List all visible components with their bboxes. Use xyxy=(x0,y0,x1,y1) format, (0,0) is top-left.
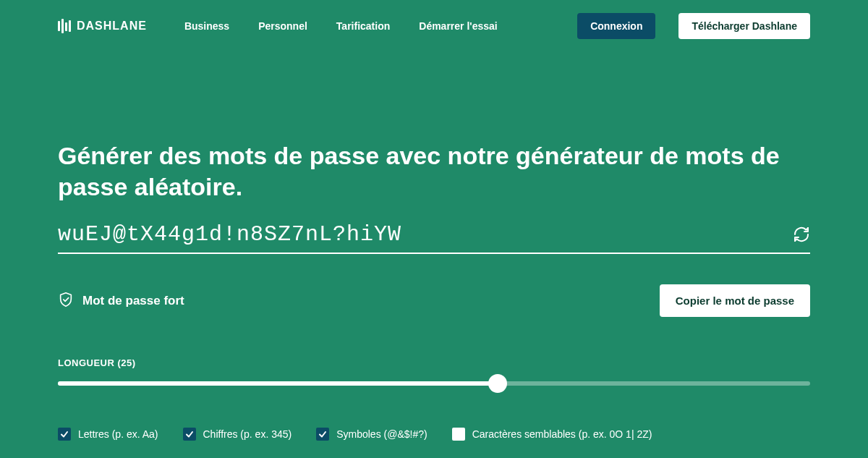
checkbox-checked-icon xyxy=(58,428,71,441)
option-similar[interactable]: Caractères semblables (p. ex. 0O 1| 2Z) xyxy=(452,428,652,441)
option-digits-label: Chiffres (p. ex. 345) xyxy=(203,428,292,440)
brand-logo[interactable]: DASHLANE xyxy=(58,19,147,33)
nav-personal[interactable]: Personnel xyxy=(258,20,307,32)
copy-password-button[interactable]: Copier le mot de passe xyxy=(660,284,810,317)
logo-mark-icon xyxy=(58,19,71,33)
strength-label: Mot de passe fort xyxy=(82,294,184,308)
login-button[interactable]: Connexion xyxy=(577,13,655,39)
header: DASHLANE Business Personnel Tarification… xyxy=(0,0,868,39)
checkbox-unchecked-icon xyxy=(452,428,465,441)
length-label: LONGUEUR (25) xyxy=(58,357,810,368)
checkbox-checked-icon xyxy=(183,428,196,441)
generated-password: wuEJ@tX44g1d!n8SZ7nL?hiYW xyxy=(58,222,793,247)
slider-fill xyxy=(58,381,498,386)
strength-row: Mot de passe fort Copier le mot de passe xyxy=(58,284,810,317)
length-slider[interactable] xyxy=(58,381,810,386)
svg-rect-0 xyxy=(58,21,60,31)
option-letters-label: Lettres (p. ex. Aa) xyxy=(78,428,158,440)
page-title: Générer des mots de passe avec notre gén… xyxy=(58,140,781,202)
nav-trial[interactable]: Démarrer l'essai xyxy=(419,20,497,32)
option-symbols[interactable]: Symboles (@&$!#?) xyxy=(316,428,427,441)
refresh-icon[interactable] xyxy=(793,226,810,243)
checkbox-checked-icon xyxy=(316,428,329,441)
svg-rect-2 xyxy=(65,22,67,31)
svg-rect-1 xyxy=(61,19,64,33)
shield-check-icon xyxy=(58,292,74,310)
option-letters[interactable]: Lettres (p. ex. Aa) xyxy=(58,428,158,441)
options-row: Lettres (p. ex. Aa) Chiffres (p. ex. 345… xyxy=(58,428,810,441)
main-content: Générer des mots de passe avec notre gén… xyxy=(0,39,868,441)
download-button[interactable]: Télécharger Dashlane xyxy=(678,13,810,39)
nav-business[interactable]: Business xyxy=(184,20,229,32)
option-similar-label: Caractères semblables (p. ex. 0O 1| 2Z) xyxy=(472,428,652,440)
password-row: wuEJ@tX44g1d!n8SZ7nL?hiYW xyxy=(58,222,810,254)
slider-thumb[interactable] xyxy=(488,374,507,393)
option-symbols-label: Symboles (@&$!#?) xyxy=(336,428,427,440)
brand-name: DASHLANE xyxy=(77,20,147,33)
nav-pricing[interactable]: Tarification xyxy=(336,20,390,32)
main-nav: Business Personnel Tarification Démarrer… xyxy=(184,20,498,32)
svg-rect-3 xyxy=(69,20,71,32)
option-digits[interactable]: Chiffres (p. ex. 345) xyxy=(183,428,292,441)
